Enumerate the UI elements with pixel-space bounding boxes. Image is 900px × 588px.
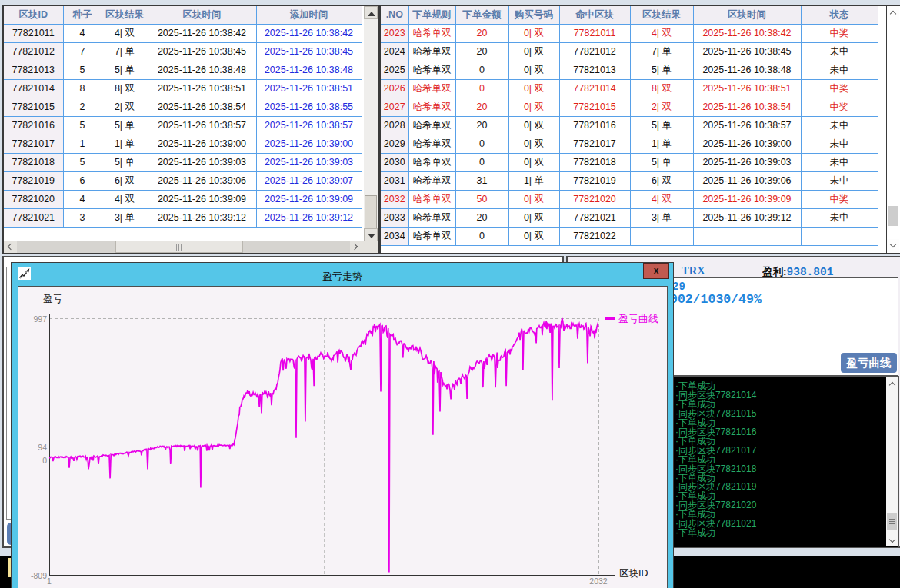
column-header[interactable]: 下单规则 [408,6,455,24]
table-row[interactable]: 2023哈希单双200| 双778210114| 双2025-11-26 10:… [381,24,878,42]
cell: 6 [63,171,102,190]
scroll-up-button[interactable] [364,6,378,19]
table-row[interactable]: 7782101355| 单2025-11-26 10:38:482025-11-… [4,61,362,79]
scroll-down-button[interactable] [887,239,899,253]
log-lines: ·下单成功 ·同步区块77821014 ·下单成功 ·同步区块77821015 … [675,382,756,538]
cell: 0| 双 [508,227,559,245]
column-header[interactable]: 命中区块 [559,6,630,24]
table-row[interactable]: 7782101522| 双2025-11-26 10:38:542025-11-… [4,98,362,116]
table-row[interactable]: 7782101488| 双2025-11-26 10:38:512025-11-… [4,79,362,98]
table-row[interactable]: 2032哈希单双500| 双778210204| 双2025-11-26 10:… [381,190,878,208]
cell: 哈希单双 [408,135,455,153]
cell: 未中 [801,42,878,61]
table-row[interactable]: 2033哈希单双200| 双778210213| 单2025-11-26 10:… [381,208,878,227]
cell: 50 [455,190,508,208]
table-row[interactable]: 7782101144| 双2025-11-26 10:38:422025-11-… [4,24,362,42]
table-row[interactable]: 7782102133| 单2025-11-26 10:39:122025-11-… [4,208,362,227]
horizontal-scroll-thumb[interactable] [115,241,243,253]
cell: 2025-11-26 10:39:06 [148,171,256,190]
cell: 2025-11-26 10:38:55 [256,98,362,116]
blocks-table-horizontal-scrollbar[interactable] [4,241,363,253]
cell: 哈希单双 [408,61,455,79]
column-header[interactable]: 区块结果 [102,6,148,24]
column-header[interactable]: 区块结果 [630,6,693,24]
table-row[interactable]: 2026哈希单双00| 双778210148| 双2025-11-26 10:3… [381,79,878,98]
stat-line-1: 29 [672,281,685,293]
cell: 6| 双 [630,171,693,190]
table-row[interactable]: 2027哈希单双200| 双778210152| 双2025-11-26 10:… [381,98,878,116]
table-row[interactable]: 7782101655| 单2025-11-26 10:38:572025-11-… [4,116,362,135]
cell: 2| 双 [102,98,148,116]
arrow-down-icon [368,234,375,238]
cell: 77821012 [559,42,630,61]
arrow-left-icon [8,244,14,250]
cell: 5| 单 [102,61,148,79]
cell: 2025-11-26 10:38:45 [256,42,362,61]
cell: 77821014 [559,79,630,98]
column-header[interactable]: 添加时间 [256,6,362,24]
table-row[interactable]: 7782101966| 双2025-11-26 10:39:062025-11-… [4,171,362,190]
chevron-up-icon [889,382,895,388]
column-header[interactable]: .NO [381,6,408,24]
cell: 2032 [381,190,408,208]
column-header[interactable]: 区块时间 [693,6,801,24]
chart-x-axis-title: 区块ID [619,567,648,580]
profit-value: 938.801 [787,266,834,278]
cell: 2028 [381,116,408,135]
cell: 77821017 [4,135,63,153]
cell: 哈希单双 [408,24,455,42]
cell: 2033 [381,208,408,227]
vertical-scroll-thumb[interactable] [365,195,377,228]
log-scrollbar[interactable] [886,377,898,546]
cell: 0 [455,153,508,171]
scroll-left-button[interactable] [4,241,17,253]
cell: 7| 单 [102,42,148,61]
cell: 0| 双 [508,24,559,42]
table-row[interactable]: 2028哈希单双200| 双778210165| 单2025-11-26 10:… [381,116,878,135]
column-header[interactable]: 区块时间 [148,6,256,24]
table-row[interactable]: 7782101855| 单2025-11-26 10:39:032025-11-… [4,153,362,171]
arrow-up-icon [368,12,375,16]
table-row[interactable]: 2030哈希单双00| 双778210185| 单2025-11-26 10:3… [381,153,878,171]
cell: 0| 双 [508,61,559,79]
scroll-up-button[interactable] [886,377,898,390]
chart-area: 盈亏 997940-80912032 盈亏曲线 区块ID [18,286,668,588]
cell: 5| 单 [102,153,148,171]
profit-curve-button[interactable]: 盈亏曲线 [841,353,897,373]
scroll-down-button[interactable] [886,534,898,546]
column-header[interactable]: 购买号码 [508,6,559,24]
table-row[interactable]: 7782101711| 单2025-11-26 10:39:002025-11-… [4,135,362,153]
column-header[interactable]: 下单金额 [455,6,508,24]
column-header[interactable]: 状态 [801,6,878,24]
table-row[interactable]: 7782102044| 双2025-11-26 10:39:092025-11-… [4,190,362,208]
table-row[interactable]: 2034哈希单双00| 双77821022 [381,227,878,245]
close-button[interactable]: x [643,263,669,279]
blocks-table-vertical-scrollbar[interactable] [364,6,378,241]
orders-table: .NO下单规则下单金额购买号码命中区块区块结果区块时间状态2023哈希单双200… [381,6,878,246]
scroll-right-button[interactable] [350,241,363,253]
column-header[interactable]: 种子 [63,6,102,24]
scroll-up-button[interactable] [887,6,899,20]
chevron-down-icon [889,537,895,543]
table-row[interactable]: 7782101277| 单2025-11-26 10:38:452025-11-… [4,42,362,61]
svg-text:2032: 2032 [589,576,608,586]
table-row[interactable]: 2025哈希单双00| 双778210135| 单2025-11-26 10:3… [381,61,878,79]
cell: 未中 [801,116,878,135]
orders-table-vertical-scrollbar[interactable] [886,6,899,253]
log-scroll-thumb[interactable] [887,513,897,530]
cell: 2024 [381,42,408,61]
cell: 2025-11-26 10:39:00 [148,135,256,153]
table-row[interactable]: 2029哈希单双00| 双778210171| 单2025-11-26 10:3… [381,135,878,153]
cell: 2025-11-26 10:38:42 [256,24,362,42]
table-row[interactable]: 2024哈希单双200| 双778210127| 单2025-11-26 10:… [381,42,878,61]
cell: 0| 双 [508,190,559,208]
cell: 2| 双 [630,98,693,116]
column-header[interactable]: 区块ID [4,6,63,24]
cell: 哈希单双 [408,79,455,98]
cell: 5 [63,61,102,79]
scroll-down-button[interactable] [364,228,378,241]
profit-trend-window[interactable]: 盈亏走势 x 盈亏 997940-80912032 盈亏曲线 区块ID [11,262,674,588]
cell: 哈希单双 [408,208,455,227]
table-row[interactable]: 2031哈希单双311| 单778210196| 双2025-11-26 10:… [381,171,878,190]
vertical-scroll-thumb[interactable] [888,206,898,226]
